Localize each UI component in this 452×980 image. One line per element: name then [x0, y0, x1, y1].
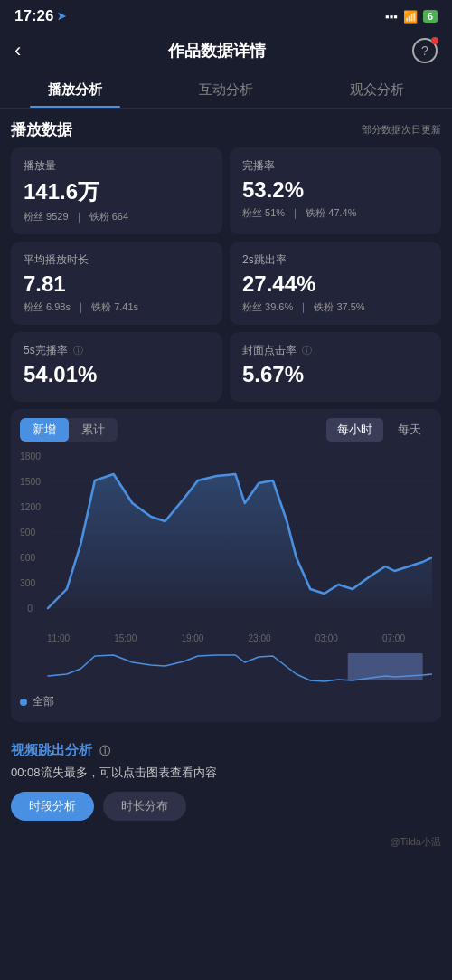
- avg-dur-label: 平均播放时长: [24, 252, 210, 268]
- bounce-label: 2s跳出率: [242, 252, 428, 268]
- time-hourly[interactable]: 每小时: [326, 418, 383, 442]
- battery-badge: 6: [423, 10, 438, 23]
- stat-card-5s: 5s完播率 ⓘ 54.01%: [11, 332, 222, 402]
- jump-desc: 00:08流失最多，可以点击图表查看内容: [11, 765, 441, 781]
- chart-svg: 1800 1500 1200 900 600 300 0: [20, 449, 432, 630]
- tab-audience-analysis[interactable]: 观众分析: [301, 72, 452, 108]
- bounce-sub: 粉丝 39.6% ｜ 铁粉 37.5%: [242, 300, 428, 314]
- svg-text:300: 300: [20, 578, 36, 588]
- plays-sub: 粉丝 9529 ｜ 铁粉 664: [24, 210, 210, 224]
- jump-btn-period[interactable]: 时段分析: [11, 792, 94, 821]
- plays-value: 141.6万: [24, 177, 210, 206]
- chart-section: 新增 累计 每小时 每天: [11, 409, 441, 722]
- jump-section: 视频跳出分析 ⓘ 00:08流失最多，可以点击图表查看内容 时段分析 时长分布: [0, 729, 452, 830]
- completion-value: 53.2%: [242, 177, 428, 203]
- ctr-value: 5.67%: [242, 362, 428, 387]
- header: ‹ 作品数据详情 ?: [0, 33, 452, 72]
- tabs-bar: 播放分析 互动分析 观众分析: [0, 72, 452, 109]
- section-title: 播放数据: [11, 119, 72, 140]
- svg-text:1500: 1500: [20, 477, 41, 487]
- main-chart: 1800 1500 1200 900 600 300 0: [20, 449, 432, 630]
- legend-dot: [20, 699, 27, 706]
- section-note: 部分数据次日更新: [362, 123, 441, 137]
- svg-text:0: 0: [27, 604, 33, 614]
- status-bar: 17:26 ➤ ▪▪▪ 📶 6: [0, 0, 452, 33]
- svg-text:900: 900: [20, 528, 36, 538]
- status-time: 17:26 ➤: [14, 7, 66, 25]
- 5s-label: 5s完播率 ⓘ: [24, 343, 210, 358]
- chart-legend: 全部: [20, 690, 432, 713]
- status-right: ▪▪▪ 📶 6: [385, 10, 438, 24]
- wifi-icon: 📶: [403, 10, 418, 24]
- bounce-value: 27.44%: [242, 271, 428, 297]
- info-icon-jump: ⓘ: [99, 745, 110, 757]
- mini-chart: [20, 649, 432, 685]
- time-group: 每小时 每天: [326, 418, 432, 442]
- tab-play-analysis[interactable]: 播放分析: [0, 72, 151, 108]
- notification-dot: [431, 37, 438, 44]
- help-button[interactable]: ?: [412, 38, 438, 63]
- toggle-new[interactable]: 新增: [20, 418, 69, 442]
- completion-label: 完播率: [242, 158, 428, 174]
- 5s-value: 54.01%: [24, 362, 210, 387]
- main-content: 播放数据 部分数据次日更新 播放量 141.6万 粉丝 9529 ｜ 铁粉 66…: [0, 109, 452, 722]
- jump-title: 视频跳出分析 ⓘ: [11, 742, 441, 759]
- svg-text:1200: 1200: [20, 502, 41, 512]
- location-icon: ➤: [57, 10, 66, 23]
- completion-sub: 粉丝 51% ｜ 铁粉 47.4%: [242, 206, 428, 220]
- stat-card-avg-duration: 平均播放时长 7.81 粉丝 6.98s ｜ 铁粉 7.41s: [11, 242, 222, 325]
- legend-label: 全部: [33, 694, 54, 709]
- svg-text:600: 600: [20, 553, 36, 563]
- stat-card-plays: 播放量 141.6万 粉丝 9529 ｜ 铁粉 664: [11, 147, 222, 234]
- back-button[interactable]: ‹: [14, 39, 21, 62]
- jump-buttons: 时段分析 时长分布: [11, 792, 441, 821]
- stat-card-ctr: 封面点击率 ⓘ 5.67%: [230, 332, 441, 402]
- toggle-cumulative[interactable]: 累计: [69, 418, 118, 442]
- info-icon-5s: ⓘ: [73, 345, 83, 356]
- time-daily[interactable]: 每天: [387, 418, 432, 442]
- chart-controls: 新增 累计 每小时 每天: [20, 418, 432, 442]
- stat-card-completion: 完播率 53.2% 粉丝 51% ｜ 铁粉 47.4%: [230, 147, 441, 234]
- signal-icon: ▪▪▪: [385, 10, 398, 24]
- stats-grid: 播放量 141.6万 粉丝 9529 ｜ 铁粉 664 完播率 53.2% 粉丝…: [11, 147, 441, 402]
- ctr-label: 封面点击率 ⓘ: [242, 343, 428, 358]
- stat-card-bounce: 2s跳出率 27.44% 粉丝 39.6% ｜ 铁粉 37.5%: [230, 242, 441, 325]
- section-header: 播放数据 部分数据次日更新: [11, 109, 441, 147]
- tab-interact-analysis[interactable]: 互动分析: [151, 72, 302, 108]
- svg-text:1800: 1800: [20, 452, 41, 461]
- plays-label: 播放量: [24, 158, 210, 174]
- chart-x-labels: 11:00 15:00 19:00 23:00 03:00 07:00: [20, 630, 432, 643]
- info-icon-ctr: ⓘ: [302, 345, 312, 356]
- jump-btn-duration[interactable]: 时长分布: [103, 792, 186, 821]
- toggle-group: 新增 累计: [20, 418, 118, 442]
- watermark: @Tilda小温: [0, 830, 452, 854]
- avg-dur-value: 7.81: [24, 271, 210, 297]
- avg-dur-sub: 粉丝 6.98s ｜ 铁粉 7.41s: [24, 300, 210, 314]
- page-title: 作品数据详情: [168, 40, 266, 62]
